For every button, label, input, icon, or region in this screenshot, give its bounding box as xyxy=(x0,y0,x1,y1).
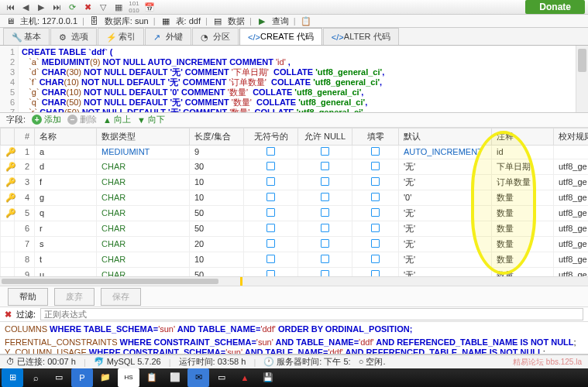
refresh-icon[interactable]: ⟳ xyxy=(65,1,79,13)
app6-icon[interactable]: ✉ xyxy=(187,368,209,387)
donate-button[interactable]: Donate xyxy=(525,0,585,14)
checkbox[interactable] xyxy=(266,270,275,276)
table-row[interactable]: 🔑 5 q CHAR 50 '无' 数量 utf8_ge xyxy=(1,205,589,221)
start-icon[interactable]: ⊞ xyxy=(2,368,23,387)
checkbox[interactable] xyxy=(321,270,329,276)
checkbox[interactable] xyxy=(321,208,329,217)
checkbox[interactable] xyxy=(371,224,380,232)
table-row[interactable]: 🔑 1 a MEDIUMINT 9 AUTO_INCREMENT id xyxy=(1,145,589,159)
checkbox[interactable] xyxy=(371,193,380,201)
query-icon[interactable]: ▶ xyxy=(256,15,267,26)
tab-fk[interactable]: ↗外键 xyxy=(145,28,191,45)
remove-field-button[interactable]: −删除 xyxy=(67,114,97,125)
fields-grid[interactable]: # 名称 数据类型 长度/集合 无符号的 允许 NULL 填零 默认 注释 校对… xyxy=(0,128,588,276)
query-label[interactable]: 查询 xyxy=(272,15,289,27)
save-button[interactable]: 保存 xyxy=(101,288,141,306)
table-row[interactable]: 8 t CHAR 10 '无' 数量 utf8_ge xyxy=(1,252,589,267)
checkbox[interactable] xyxy=(371,162,380,170)
grid-hscroll[interactable] xyxy=(0,276,588,286)
code-scrollbar[interactable] xyxy=(576,46,588,111)
data-icon[interactable]: ▤ xyxy=(212,15,223,26)
checkbox[interactable] xyxy=(371,255,380,263)
calendar-icon[interactable]: 📅 xyxy=(143,1,156,13)
checkbox[interactable] xyxy=(266,147,275,156)
checkbox[interactable] xyxy=(266,177,275,186)
checkbox[interactable] xyxy=(371,208,380,217)
checkbox[interactable] xyxy=(321,239,329,248)
table-row[interactable]: 🔑 2 d CHAR 30 '无' 下单日期 utf8_ge xyxy=(1,159,589,174)
search-icon[interactable]: ⌕ xyxy=(25,368,46,387)
app2-icon[interactable]: 📁 xyxy=(95,368,116,387)
code-body[interactable]: CREATE TABLE `ddf` ( `a` MEDIUMINT(9) NO… xyxy=(19,46,576,111)
key-icon: 🔑 xyxy=(5,177,16,187)
checkbox[interactable] xyxy=(371,239,380,248)
sql-log[interactable]: COLUMNS WHERE TABLE_SCHEMA='sun' AND TAB… xyxy=(0,322,588,354)
nav-next-icon[interactable]: ▶ xyxy=(34,1,48,13)
grid-icon[interactable]: ▦ xyxy=(112,1,126,13)
checkbox[interactable] xyxy=(371,270,380,276)
app7-icon[interactable]: ▭ xyxy=(211,368,232,387)
tab-alter[interactable]: </>ALTER 代码 xyxy=(323,28,399,45)
move-down-button[interactable]: ▼ 向下 xyxy=(137,114,165,125)
nav-prev-icon[interactable]: ◀ xyxy=(19,1,33,13)
db-label: 数据库: sun xyxy=(105,15,149,27)
col-num[interactable]: # xyxy=(15,128,35,145)
col-name[interactable]: 名称 xyxy=(35,128,97,145)
checkbox[interactable] xyxy=(371,147,380,156)
checkbox[interactable] xyxy=(321,224,329,232)
col-unsigned[interactable]: 无符号的 xyxy=(244,128,298,145)
help-button[interactable]: 帮助 xyxy=(8,288,48,306)
col-len[interactable]: 长度/集合 xyxy=(190,128,244,145)
app9-icon[interactable]: 💾 xyxy=(257,368,279,387)
checkbox[interactable] xyxy=(321,255,329,263)
tab-options[interactable]: ⚙选项 xyxy=(50,28,97,45)
table-row[interactable]: 7 s CHAR 20 '无' 数量 utf8_ge xyxy=(1,236,589,252)
data-label[interactable]: 数据 xyxy=(228,15,245,27)
table-row[interactable]: 6 r CHAR 50 '无' 数量 utf8_ge xyxy=(1,221,589,236)
checkbox[interactable] xyxy=(266,193,275,201)
col-zero[interactable]: 填零 xyxy=(352,128,399,145)
col-key[interactable] xyxy=(1,128,15,145)
filter-icon[interactable]: ▽ xyxy=(96,1,110,13)
discard-button[interactable]: 废弃 xyxy=(54,288,95,306)
move-up-button[interactable]: ▲ 向上 xyxy=(103,114,131,125)
checkbox[interactable] xyxy=(266,208,275,217)
checkbox[interactable] xyxy=(321,162,329,170)
col-default[interactable]: 默认 xyxy=(399,128,492,145)
checkbox[interactable] xyxy=(321,193,329,201)
checkbox[interactable] xyxy=(266,255,275,263)
add-field-button[interactable]: +添加 xyxy=(32,114,61,125)
checkbox[interactable] xyxy=(266,239,275,248)
clear-filter-icon[interactable]: ✖ xyxy=(5,310,12,320)
tab-basic[interactable]: 🔧基本 xyxy=(3,28,50,45)
checkbox[interactable] xyxy=(371,177,380,186)
table-row[interactable]: 9 u CHAR 50 '无' 数量 utf8_ge xyxy=(1,267,589,276)
taskview-icon[interactable]: ▭ xyxy=(48,368,70,387)
more-icon[interactable]: 📋 xyxy=(301,15,311,26)
app3-icon[interactable]: HS xyxy=(118,368,139,387)
col-comment[interactable]: 注释 xyxy=(492,128,554,145)
checkbox[interactable] xyxy=(321,147,329,156)
tab-create[interactable]: </>CREATE 代码 xyxy=(239,28,322,45)
checkbox[interactable] xyxy=(266,162,275,170)
tab-partition[interactable]: ◔分区 xyxy=(192,28,239,45)
breadcrumb: 🖥 主机: 127.0.0.1 | 🗄 数据库: sun | ▦ 表: ddf … xyxy=(0,15,588,28)
table-row[interactable]: 🔑 4 g CHAR 10 '0' 数量 utf8_ge xyxy=(1,190,589,205)
col-type[interactable]: 数据类型 xyxy=(97,128,190,145)
stop-icon[interactable]: ✖ xyxy=(81,1,95,13)
app1-icon[interactable]: P xyxy=(71,368,93,387)
col-collation[interactable]: 校对规则 xyxy=(554,128,589,145)
tab-index[interactable]: ⚡索引 xyxy=(98,28,144,45)
nav-last-icon[interactable]: ⏭ xyxy=(50,1,64,13)
app4-icon[interactable]: 📋 xyxy=(141,368,163,387)
checkbox[interactable] xyxy=(321,177,329,186)
app8-icon[interactable]: ▲ xyxy=(234,368,256,387)
nav-first-icon[interactable]: ⏮ xyxy=(3,1,17,13)
col-null[interactable]: 允许 NULL xyxy=(298,128,352,145)
filter-input[interactable] xyxy=(40,308,583,320)
code-editor[interactable]: 123456789 CREATE TABLE `ddf` ( `a` MEDIU… xyxy=(0,46,588,112)
checkbox[interactable] xyxy=(266,224,275,232)
binary-icon[interactable]: 101010 xyxy=(127,1,141,13)
app5-icon[interactable]: ⬜ xyxy=(164,368,186,387)
table-row[interactable]: 🔑 3 f CHAR 10 '无' 订单数量 utf8_ge xyxy=(1,174,589,190)
